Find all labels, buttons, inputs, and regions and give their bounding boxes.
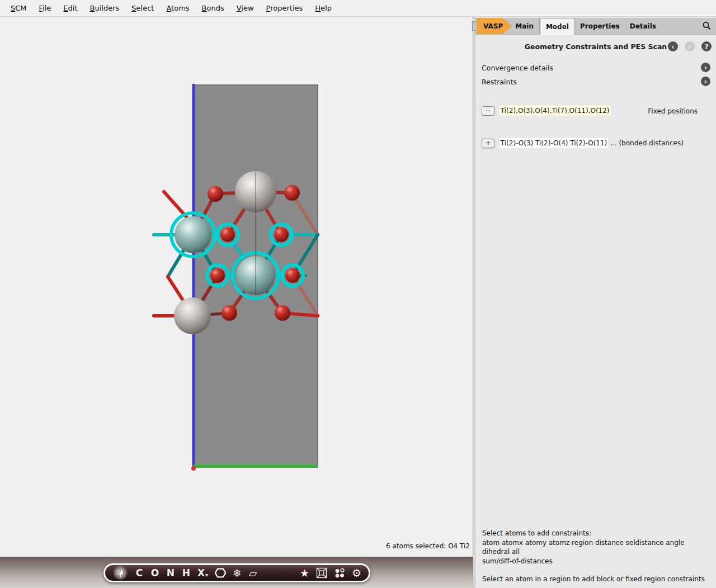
bonded-distances-list[interactable]: Ti(2)-O(3) Ti(2)-O(4) Ti(2)-O(11): [500, 138, 608, 148]
menu-help[interactable]: Help: [309, 2, 338, 15]
restraints-label: Restraints: [482, 78, 517, 86]
help-line: Select an atom in a region to add block …: [482, 575, 710, 584]
cursor-arrow-icon: [115, 567, 125, 578]
nav-back-button[interactable]: ‹: [668, 41, 678, 51]
menu-view[interactable]: View: [230, 2, 260, 15]
atom-O[interactable]: [220, 227, 235, 242]
convergence-details-label: Convergence details: [482, 64, 553, 72]
panel-title-row: Geometry Constraints and PES Scan ‹ › ?: [475, 40, 716, 53]
molecule-scene[interactable]: [0, 17, 473, 557]
element-h-button[interactable]: H: [182, 566, 191, 580]
ring-tool-button[interactable]: [215, 566, 226, 580]
menu-select[interactable]: Select: [125, 2, 160, 15]
cell-axis-x: [191, 466, 196, 471]
atoms-dots-icon: [334, 567, 345, 578]
selection-status: 6 atoms selected: O4 Ti2: [0, 542, 473, 554]
menu-file[interactable]: File: [33, 2, 58, 15]
element-x-label: X: [197, 568, 205, 578]
atom-O[interactable]: [284, 185, 300, 201]
menu-builders[interactable]: Builders: [84, 2, 126, 15]
atom-O[interactable]: [222, 305, 237, 321]
element-c-button[interactable]: C: [135, 566, 144, 580]
fixed-positions-constraint-row: − Ti(2),O(3),O(4),Ti(7),O(11),O(12) Fixe…: [482, 106, 710, 117]
tab-properties[interactable]: Properties: [575, 18, 625, 34]
tab-main[interactable]: Main: [508, 18, 540, 34]
search-icon: [702, 21, 712, 31]
fragments-tool-button[interactable]: [334, 566, 345, 580]
menu-bonds[interactable]: Bonds: [196, 2, 230, 15]
convergence-details-open-button[interactable]: ›: [701, 63, 710, 72]
atom-O[interactable]: [285, 268, 300, 283]
pointer-tool-icon[interactable]: [112, 566, 128, 580]
nav-forward-button[interactable]: ›: [685, 41, 695, 51]
bonded-distances-row: + Ti(2)-O(3) Ti(2)-O(4) Ti(2)-O(11) ... …: [482, 139, 710, 150]
menu-bar: SCM File Edit Builders Select Atoms Bond…: [0, 0, 716, 17]
element-o-button[interactable]: O: [150, 566, 159, 580]
bottom-dock: C O N H X ▾ ❄ ▱ ★: [0, 557, 473, 588]
input-panel: VASP Main Model Properties Details Geome…: [475, 17, 716, 588]
hexagon-icon: [215, 567, 226, 578]
help-button[interactable]: ?: [701, 41, 712, 51]
slab-tool-button[interactable]: ▱: [248, 566, 257, 580]
tab-details[interactable]: Details: [625, 18, 661, 34]
atom-Ti[interactable]: [175, 216, 211, 253]
help-line: atom atomx atomy atomz region distance s…: [482, 538, 710, 557]
menu-scm[interactable]: SCM: [4, 2, 33, 15]
structure-tool-button[interactable]: ★: [300, 566, 309, 580]
molecule-viewer[interactable]: 6 atoms selected: O4 Ti2: [0, 17, 473, 557]
tab-model[interactable]: Model: [540, 18, 575, 35]
element-x-button[interactable]: X ▾: [197, 566, 208, 580]
perspective-box-icon: [316, 567, 327, 578]
atom-O[interactable]: [208, 186, 223, 202]
restraints-open-button[interactable]: ›: [701, 77, 710, 86]
atom-Ti[interactable]: [174, 297, 211, 334]
builder-toolbar: C O N H X ▾ ❄ ▱ ★: [103, 563, 370, 582]
atom-O[interactable]: [210, 268, 225, 283]
atom-O[interactable]: [275, 305, 290, 321]
add-constraint-button[interactable]: +: [482, 139, 494, 148]
element-n-button[interactable]: N: [166, 566, 175, 580]
menu-edit[interactable]: Edit: [57, 2, 83, 15]
help-line: sum/diff-of-distances: [482, 557, 710, 566]
element-dropdown-caret-icon: ▾: [205, 572, 208, 578]
cell-box-tool-button[interactable]: [316, 566, 327, 580]
fixed-atoms-list[interactable]: Ti(2),O(3),O(4),Ti(7),O(11),O(12): [500, 106, 611, 116]
panel-search-button[interactable]: [698, 18, 716, 34]
settings-tool-button[interactable]: ⚙: [352, 566, 361, 580]
panel-tab-bar: VASP Main Model Properties Details: [475, 18, 716, 35]
atom-O[interactable]: [274, 227, 289, 242]
bonded-distances-suffix: ... (bonded distances): [610, 139, 684, 147]
remove-constraint-button[interactable]: −: [482, 106, 494, 116]
menu-atoms[interactable]: Atoms: [160, 2, 195, 15]
menu-properties[interactable]: Properties: [260, 2, 309, 15]
tab-vasp[interactable]: VASP: [477, 18, 512, 34]
crystal-tool-button[interactable]: ❄: [233, 566, 242, 580]
constraints-help-text: Select atoms to add constraints: atom at…: [482, 529, 710, 584]
fixed-positions-label: Fixed positions: [648, 107, 698, 115]
help-line: Select atoms to add constraints:: [482, 529, 710, 538]
